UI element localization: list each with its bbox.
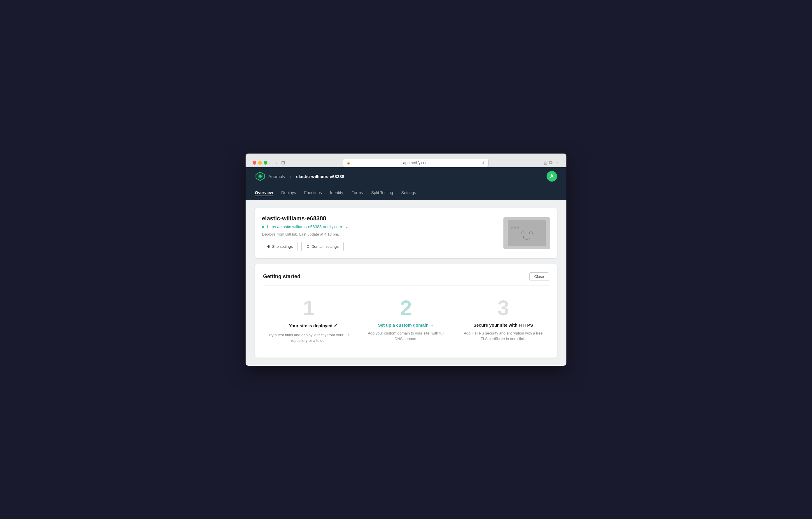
tab-view-button[interactable]: ⊡ <box>279 159 287 166</box>
brand-name: Anomaly <box>268 174 285 179</box>
preview-window-dots <box>511 226 519 228</box>
preview-dot-3 <box>517 226 519 228</box>
step-2: 2 Set up a custom domain → Add your cust… <box>360 292 452 349</box>
browser-right-controls: ⎙ ⧉ ＋ <box>544 160 559 166</box>
sidebar-button[interactable]: ⧉ <box>549 160 552 166</box>
preview-eyes <box>521 231 532 234</box>
nav-item-forms[interactable]: Forms <box>351 189 363 196</box>
address-bar-wrapper: 🔒 app.netlify.com ↺ <box>287 159 544 167</box>
preview-dot-1 <box>511 226 513 228</box>
reload-button[interactable]: ↺ <box>481 161 485 165</box>
minimize-traffic-light[interactable] <box>258 161 262 165</box>
maximize-traffic-light[interactable] <box>264 161 267 165</box>
preview-eye-right <box>529 231 532 234</box>
red-arrow-icon: ← <box>345 224 351 230</box>
getting-started-card: Getting started Close 1 → Your site is d… <box>255 264 557 358</box>
site-status-dot <box>262 226 264 228</box>
url-arrow-indicator: ← <box>345 224 351 230</box>
sub-nav: Overview Deploys Functions Identity Form… <box>245 186 567 200</box>
user-avatar[interactable]: A <box>547 171 557 182</box>
step-3-title: Secure your site with HTTPS <box>462 323 544 328</box>
forward-button[interactable]: › <box>273 160 279 166</box>
step-2-number: 2 <box>365 297 447 319</box>
close-getting-started-button[interactable]: Close <box>529 272 549 281</box>
steps-grid: 1 → Your site is deployed ✓ Try a test b… <box>263 292 549 349</box>
top-nav: Anomaly › elastic-williams-e68388 A <box>245 167 567 186</box>
site-settings-button[interactable]: ⚙ Site settings <box>262 242 298 251</box>
gear-icon-domain: ⚙ <box>306 244 310 249</box>
breadcrumb-separator: › <box>290 174 291 179</box>
page-content: elastic-williams-e68388 https://elastic-… <box>245 200 567 366</box>
step-3: 3 Secure your site with HTTPS Add HTTPS … <box>458 292 549 349</box>
step-1-desc: Try a test build and deploy, directly fr… <box>268 332 350 344</box>
netlify-app: Anomaly › elastic-williams-e68388 A Over… <box>245 167 567 366</box>
nav-item-overview[interactable]: Overview <box>255 189 273 196</box>
step-1-red-arrow: → <box>280 323 286 329</box>
site-card-title: elastic-williams-e68388 <box>262 215 351 222</box>
domain-settings-button[interactable]: ⚙ Domain settings <box>301 242 344 251</box>
traffic-lights <box>253 161 267 165</box>
step-3-number: 3 <box>462 297 544 319</box>
preview-inner <box>508 220 546 246</box>
getting-started-header: Getting started Close <box>263 272 549 286</box>
nav-item-deploys[interactable]: Deploys <box>281 189 296 196</box>
preview-smile <box>523 236 530 240</box>
step-2-title[interactable]: Set up a custom domain → <box>365 323 447 328</box>
address-text: app.netlify.com <box>352 161 480 165</box>
site-deploy-info: Deploys from GitHub. Last update at 4:18… <box>262 232 351 237</box>
getting-started-title: Getting started <box>263 274 300 280</box>
browser-window: ‹ › ⊡ 🔒 app.netlify.com ↺ ⎙ ⧉ ＋ <box>245 154 567 366</box>
nav-item-functions[interactable]: Functions <box>304 189 322 196</box>
nav-buttons: ‹ › <box>267 160 279 166</box>
site-preview <box>503 217 550 249</box>
nav-item-split-testing[interactable]: Split Testing <box>371 189 393 196</box>
step-1: 1 → Your site is deployed ✓ Try a test b… <box>263 292 354 349</box>
preview-dot-2 <box>514 226 516 228</box>
lock-icon: 🔒 <box>347 161 351 165</box>
site-card-actions: ⚙ Site settings ⚙ Domain settings <box>262 242 351 251</box>
step-1-number: 1 <box>268 297 350 319</box>
share-button[interactable]: ⎙ <box>544 160 547 166</box>
site-url-row: https://elastic-williams-e68388.netlify.… <box>262 224 351 230</box>
step-2-desc: Add your custom domain to your site, wit… <box>365 330 447 342</box>
step-3-desc: Add HTTPS security and encryption with a… <box>462 330 544 342</box>
close-traffic-light[interactable] <box>253 161 256 165</box>
nav-item-settings[interactable]: Settings <box>401 189 416 196</box>
back-button[interactable]: ‹ <box>267 160 272 166</box>
site-card: elastic-williams-e68388 https://elastic-… <box>255 208 557 258</box>
netlify-logo <box>255 171 265 182</box>
site-url-link[interactable]: https://elastic-williams-e68388.netlify.… <box>267 224 342 229</box>
nav-left: Anomaly › elastic-williams-e68388 <box>255 171 344 182</box>
new-tab-button[interactable]: ＋ <box>555 160 559 166</box>
step-1-title: → Your site is deployed ✓ <box>268 323 350 329</box>
browser-chrome: ‹ › ⊡ 🔒 app.netlify.com ↺ ⎙ ⧉ ＋ <box>245 154 567 167</box>
site-card-left: elastic-williams-e68388 https://elastic-… <box>262 215 351 251</box>
nav-item-identity[interactable]: Identity <box>330 189 343 196</box>
address-bar[interactable]: 🔒 app.netlify.com ↺ <box>343 159 489 167</box>
gear-icon-site: ⚙ <box>267 244 270 249</box>
preview-face <box>521 231 532 240</box>
site-name-breadcrumb: elastic-williams-e68388 <box>296 174 344 179</box>
preview-eye-left <box>521 231 524 234</box>
